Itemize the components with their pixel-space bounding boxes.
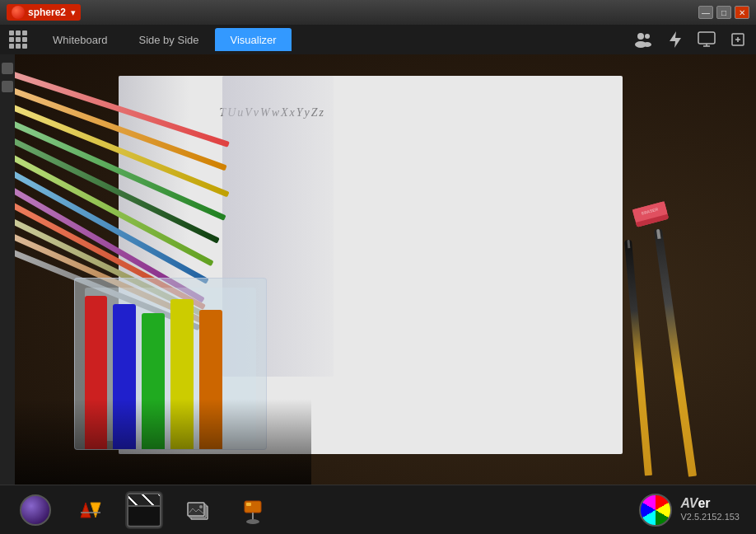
svg-marker-4 xyxy=(670,31,681,48)
titlebar-controls: — □ ✕ xyxy=(698,6,749,19)
title-bar: sphere2 ▾ — □ ✕ xyxy=(0,0,756,25)
toolbar-right xyxy=(632,28,749,51)
projector-button[interactable] xyxy=(234,491,272,529)
sphere-logo-text: sphere2 xyxy=(28,7,66,18)
annotation-button[interactable] xyxy=(71,491,109,529)
projector-icon xyxy=(235,494,271,526)
sidebar-mini-btn-1[interactable] xyxy=(2,63,13,74)
grid-menu-button[interactable] xyxy=(7,28,30,51)
svg-rect-16 xyxy=(188,503,204,516)
brush-tip-2 xyxy=(627,240,630,248)
left-sidebar xyxy=(0,54,15,485)
camera-orb-button[interactable] xyxy=(16,491,54,529)
sphere-logo-icon xyxy=(12,6,25,19)
sphere-logo[interactable]: sphere2 ▾ xyxy=(7,4,81,21)
bottom-tools xyxy=(16,491,272,529)
svg-point-3 xyxy=(643,42,651,47)
record-button[interactable] xyxy=(125,491,163,529)
monitor-icon[interactable] xyxy=(695,28,718,51)
photos-icon xyxy=(183,494,214,526)
brand-info: AVer V2.5.2152.153 xyxy=(680,496,740,523)
annotation-icon xyxy=(74,494,105,526)
svg-rect-5 xyxy=(698,32,715,44)
bottom-right-info: AVer V2.5.2152.153 xyxy=(639,494,740,527)
svg-rect-19 xyxy=(246,503,251,506)
svg-point-0 xyxy=(637,33,644,40)
minimize-button[interactable]: — xyxy=(698,6,713,19)
eraser-label: ERASER xyxy=(641,206,659,215)
logo-dropdown-arrow[interactable]: ▾ xyxy=(71,7,76,18)
svg-marker-11 xyxy=(81,503,91,518)
bottom-shadow xyxy=(15,399,311,485)
photos-button[interactable] xyxy=(180,491,217,529)
tab-visualizer[interactable]: Visualizer xyxy=(215,28,291,51)
people-icon[interactable] xyxy=(632,28,656,51)
brand-name: AVer xyxy=(680,496,740,511)
svg-point-17 xyxy=(199,505,203,508)
bottom-toolbar: AVer V2.5.2152.153 xyxy=(0,485,756,534)
svg-marker-12 xyxy=(91,503,100,518)
visualizer-area: TUuVvWwXxYyZz xyxy=(15,54,756,485)
pencil-yellow xyxy=(15,100,229,197)
version-text: V2.5.2152.153 xyxy=(680,511,740,523)
svg-point-1 xyxy=(645,34,650,39)
clapper-bottom xyxy=(128,507,160,526)
clapper-icon xyxy=(127,493,161,527)
tab-side-by-side[interactable]: Side by Side xyxy=(124,28,213,51)
grid-icon xyxy=(9,30,27,49)
titlebar-left: sphere2 ▾ xyxy=(7,4,81,21)
tab-whiteboard[interactable]: Whiteboard xyxy=(38,28,122,51)
lightning-icon[interactable] xyxy=(664,28,687,51)
sidebar-mini-btn-2[interactable] xyxy=(2,81,13,92)
clapper-top xyxy=(128,494,160,507)
color-wheel-icon[interactable] xyxy=(639,494,672,527)
camera-orb-icon xyxy=(20,494,51,526)
main-content: TUuVvWwXxYyZz xyxy=(0,54,756,485)
maximize-button[interactable]: □ xyxy=(716,6,731,19)
edit-icon[interactable] xyxy=(726,28,749,51)
svg-point-21 xyxy=(246,519,259,524)
nav-bar: Whiteboard Side by Side Visualizer xyxy=(0,25,756,54)
close-button[interactable]: ✕ xyxy=(735,6,749,19)
brush-tip-1 xyxy=(656,228,661,238)
camera-feed: TUuVvWwXxYyZz xyxy=(15,54,756,485)
